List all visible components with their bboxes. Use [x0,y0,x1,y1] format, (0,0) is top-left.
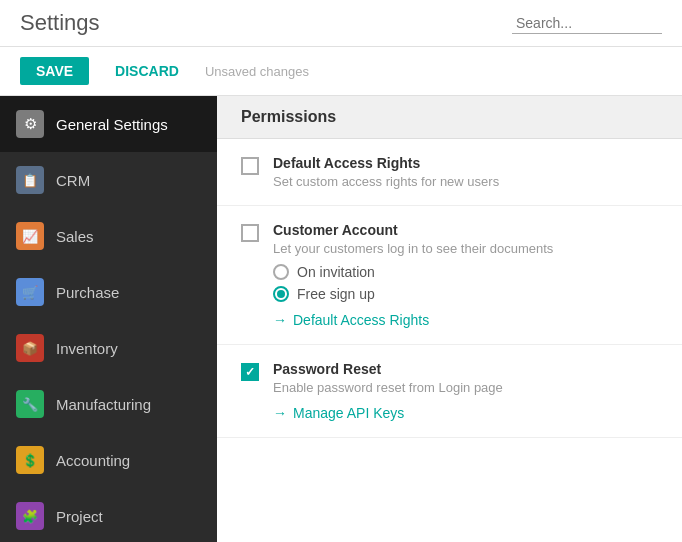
sidebar-item-purchase[interactable]: 🛒 Purchase [0,264,217,320]
link-default-access[interactable]: → Default Access Rights [273,312,658,328]
accounting-icon: 💲 [16,446,44,474]
page-title: Settings [20,10,100,36]
permission-password-reset: ✓ Password Reset Enable password reset f… [217,345,682,438]
radio-outer-invitation [273,264,289,280]
sidebar-item-general[interactable]: ⚙ General Settings [0,96,217,152]
perm-desc-customer: Let your customers log in to see their d… [273,241,658,256]
perm-info-default: Default Access Rights Set custom access … [273,155,658,189]
sidebar-item-sales[interactable]: 📈 Sales [0,208,217,264]
perm-info-customer: Customer Account Let your customers log … [273,222,658,328]
radio-on-invitation[interactable]: On invitation [273,264,658,280]
permission-customer-account: Customer Account Let your customers log … [217,206,682,345]
sidebar-label-inventory: Inventory [56,340,118,357]
discard-button[interactable]: DISCARD [99,57,195,85]
link-manage-api[interactable]: → Manage API Keys [273,405,658,421]
perm-title-password: Password Reset [273,361,658,377]
radio-label-signup: Free sign up [297,286,375,302]
sidebar-label-sales: Sales [56,228,94,245]
perm-info-password: Password Reset Enable password reset fro… [273,361,658,421]
sales-icon: 📈 [16,222,44,250]
link-label-api: Manage API Keys [293,405,404,421]
arrow-icon-default: → [273,312,287,328]
perm-desc-default: Set custom access rights for new users [273,174,658,189]
arrow-icon-api: → [273,405,287,421]
toolbar: SAVE DISCARD Unsaved changes [0,47,682,96]
sidebar: ⚙ General Settings 📋 CRM 📈 Sales 🛒 Purch… [0,96,217,542]
sidebar-item-crm[interactable]: 📋 CRM [0,152,217,208]
link-label-default: Default Access Rights [293,312,429,328]
main-layout: ⚙ General Settings 📋 CRM 📈 Sales 🛒 Purch… [0,96,682,542]
checkbox-default-access[interactable] [241,157,259,175]
gear-icon: ⚙ [16,110,44,138]
checkbox-area-password[interactable]: ✓ [241,361,259,381]
save-button[interactable]: SAVE [20,57,89,85]
project-icon: 🧩 [16,502,44,530]
sidebar-label-purchase: Purchase [56,284,119,301]
checkbox-area-default[interactable] [241,155,259,175]
sidebar-item-project[interactable]: 🧩 Project [0,488,217,542]
search-input[interactable] [512,13,662,34]
header: Settings [0,0,682,47]
sidebar-label-manufacturing: Manufacturing [56,396,151,413]
sidebar-label-accounting: Accounting [56,452,130,469]
radio-label-invitation: On invitation [297,264,375,280]
radio-outer-signup [273,286,289,302]
manufacturing-icon: 🔧 [16,390,44,418]
sidebar-label-crm: CRM [56,172,90,189]
sidebar-label-project: Project [56,508,103,525]
perm-title-default: Default Access Rights [273,155,658,171]
perm-title-customer: Customer Account [273,222,658,238]
sidebar-item-accounting[interactable]: 💲 Accounting [0,432,217,488]
sidebar-item-inventory[interactable]: 📦 Inventory [0,320,217,376]
checkbox-password-reset[interactable]: ✓ [241,363,259,381]
checkbox-area-customer[interactable] [241,222,259,242]
sidebar-item-manufacturing[interactable]: 🔧 Manufacturing [0,376,217,432]
purchase-icon: 🛒 [16,278,44,306]
radio-group-customer: On invitation Free sign up [273,264,658,302]
permission-default-access: Default Access Rights Set custom access … [217,139,682,206]
perm-desc-password: Enable password reset from Login page [273,380,658,395]
checkbox-customer-account[interactable] [241,224,259,242]
unsaved-status: Unsaved changes [205,64,309,79]
sidebar-label-general: General Settings [56,116,168,133]
content-area: Permissions Default Access Rights Set cu… [217,96,682,542]
radio-free-signup[interactable]: Free sign up [273,286,658,302]
checkmark-icon: ✓ [245,365,255,379]
inventory-icon: 📦 [16,334,44,362]
section-title: Permissions [217,96,682,139]
crm-icon: 📋 [16,166,44,194]
radio-inner-signup [277,290,285,298]
